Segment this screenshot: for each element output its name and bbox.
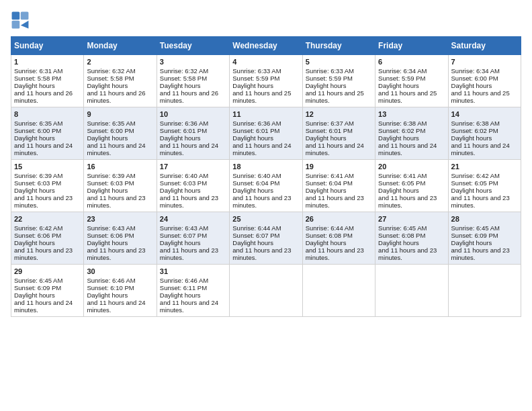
daylight-value: and 11 hours and 23 minutes. <box>160 194 218 209</box>
sunset: Sunset: 5:58 PM <box>87 75 134 82</box>
daylight-label: Daylight hours <box>160 82 201 89</box>
calendar-cell <box>448 265 521 317</box>
sunset: Sunset: 6:00 PM <box>451 75 498 82</box>
day-number: 24 <box>160 215 226 223</box>
daylight-value: and 11 hours and 23 minutes. <box>160 246 218 261</box>
sunset: Sunset: 5:59 PM <box>378 75 425 82</box>
sunrise: Sunrise: 6:40 AM <box>232 172 281 179</box>
daylight-value: and 11 hours and 23 minutes. <box>451 246 510 261</box>
calendar-cell: 10Sunrise: 6:36 AMSunset: 6:01 PMDayligh… <box>157 107 229 160</box>
sunrise: Sunrise: 6:44 AM <box>306 224 354 232</box>
calendar-cell: 29Sunrise: 6:45 AMSunset: 6:09 PMDayligh… <box>11 265 84 317</box>
daylight-label: Daylight hours <box>14 82 55 89</box>
daylight-label: Daylight hours <box>87 291 128 299</box>
sunrise: Sunrise: 6:36 AM <box>232 120 281 127</box>
calendar-cell: 24Sunrise: 6:43 AMSunset: 6:07 PMDayligh… <box>157 212 229 265</box>
calendar-cell: 2Sunrise: 6:32 AMSunset: 5:58 PMDaylight… <box>84 55 157 107</box>
day-number: 2 <box>87 58 153 66</box>
daylight-value: and 11 hours and 26 minutes. <box>87 89 145 104</box>
daylight-value: and 11 hours and 24 minutes. <box>160 299 218 314</box>
calendar-cell: 25Sunrise: 6:44 AMSunset: 6:07 PMDayligh… <box>230 212 302 265</box>
day-number: 14 <box>451 110 518 118</box>
daylight-label: Daylight hours <box>14 291 55 299</box>
day-number: 26 <box>306 215 372 223</box>
daylight-label: Daylight hours <box>378 239 419 246</box>
daylight-value: and 11 hours and 23 minutes. <box>378 194 437 209</box>
calendar-cell: 31Sunrise: 6:46 AMSunset: 6:11 PMDayligh… <box>157 265 229 317</box>
logo-icon <box>11 11 30 30</box>
col-header-thursday: Thursday <box>302 37 375 55</box>
daylight-value: and 11 hours and 26 minutes. <box>160 89 218 104</box>
day-number: 27 <box>378 215 445 223</box>
day-number: 21 <box>451 163 518 171</box>
daylight-value: and 11 hours and 26 minutes. <box>14 89 73 104</box>
daylight-value: and 11 hours and 24 minutes. <box>14 142 73 156</box>
daylight-label: Daylight hours <box>160 187 201 194</box>
sunset: Sunset: 6:05 PM <box>451 179 498 187</box>
sunrise: Sunrise: 6:38 AM <box>378 120 427 127</box>
sunrise: Sunrise: 6:44 AM <box>232 224 281 232</box>
sunset: Sunset: 6:07 PM <box>232 232 279 239</box>
sunset: Sunset: 6:01 PM <box>160 127 207 134</box>
day-number: 17 <box>160 163 226 171</box>
calendar-cell: 3Sunrise: 6:32 AMSunset: 5:58 PMDaylight… <box>157 55 229 107</box>
calendar-cell: 14Sunrise: 6:38 AMSunset: 6:02 PMDayligh… <box>448 107 521 160</box>
sunrise: Sunrise: 6:36 AM <box>160 120 208 127</box>
calendar-cell: 19Sunrise: 6:41 AMSunset: 6:04 PMDayligh… <box>302 160 375 212</box>
calendar-cell: 1Sunrise: 6:31 AMSunset: 5:58 PMDaylight… <box>11 55 84 107</box>
day-number: 19 <box>306 163 372 171</box>
sunrise: Sunrise: 6:45 AM <box>451 224 500 232</box>
day-number: 20 <box>378 163 445 171</box>
calendar-cell: 30Sunrise: 6:46 AMSunset: 6:10 PMDayligh… <box>84 265 157 317</box>
day-number: 28 <box>451 215 518 223</box>
daylight-value: and 11 hours and 25 minutes. <box>451 89 510 104</box>
day-number: 16 <box>87 163 153 171</box>
sunrise: Sunrise: 6:31 AM <box>14 67 62 75</box>
calendar-cell: 9Sunrise: 6:35 AMSunset: 6:00 PMDaylight… <box>84 107 157 160</box>
daylight-value: and 11 hours and 24 minutes. <box>87 142 145 156</box>
daylight-value: and 11 hours and 23 minutes. <box>306 246 364 261</box>
page-container: SundayMondayTuesdayWednesdayThursdayFrid… <box>0 0 532 322</box>
svg-rect-0 <box>12 12 20 20</box>
daylight-value: and 11 hours and 23 minutes. <box>14 246 73 261</box>
day-number: 1 <box>14 58 81 66</box>
sunrise: Sunrise: 6:35 AM <box>14 120 62 127</box>
daylight-value: and 11 hours and 24 minutes. <box>451 142 510 156</box>
day-number: 3 <box>160 58 226 66</box>
daylight-value: and 11 hours and 24 minutes. <box>378 142 437 156</box>
sunrise: Sunrise: 6:38 AM <box>451 120 500 127</box>
daylight-value: and 11 hours and 25 minutes. <box>306 89 364 104</box>
calendar-cell: 28Sunrise: 6:45 AMSunset: 6:09 PMDayligh… <box>448 212 521 265</box>
calendar-cell: 4Sunrise: 6:33 AMSunset: 5:59 PMDaylight… <box>230 55 302 107</box>
day-number: 7 <box>451 58 518 66</box>
daylight-value: and 11 hours and 24 minutes. <box>306 142 364 156</box>
day-number: 9 <box>87 110 153 118</box>
logo <box>11 11 32 30</box>
sunrise: Sunrise: 6:43 AM <box>160 224 208 232</box>
daylight-label: Daylight hours <box>232 239 273 246</box>
col-header-friday: Friday <box>375 37 448 55</box>
daylight-label: Daylight hours <box>378 187 419 194</box>
sunrise: Sunrise: 6:34 AM <box>378 67 427 75</box>
daylight-label: Daylight hours <box>306 187 347 194</box>
daylight-label: Daylight hours <box>451 134 492 142</box>
daylight-label: Daylight hours <box>87 82 128 89</box>
daylight-value: and 11 hours and 25 minutes. <box>378 89 437 104</box>
daylight-value: and 11 hours and 23 minutes. <box>451 194 510 209</box>
sunrise: Sunrise: 6:32 AM <box>160 67 208 75</box>
daylight-value: and 11 hours and 23 minutes. <box>378 246 437 261</box>
svg-rect-1 <box>21 12 29 20</box>
sunset: Sunset: 6:00 PM <box>87 127 134 134</box>
day-number: 13 <box>378 110 445 118</box>
daylight-value: and 11 hours and 24 minutes. <box>160 142 218 156</box>
sunset: Sunset: 6:01 PM <box>306 127 353 134</box>
sunset: Sunset: 6:04 PM <box>232 179 279 187</box>
daylight-value: and 11 hours and 24 minutes. <box>87 299 145 314</box>
sunrise: Sunrise: 6:41 AM <box>306 172 354 179</box>
sunrise: Sunrise: 6:37 AM <box>306 120 354 127</box>
sunset: Sunset: 6:02 PM <box>378 127 425 134</box>
sunrise: Sunrise: 6:41 AM <box>378 172 427 179</box>
svg-rect-2 <box>12 21 20 29</box>
calendar-cell: 22Sunrise: 6:42 AMSunset: 6:06 PMDayligh… <box>11 212 84 265</box>
daylight-value: and 11 hours and 24 minutes. <box>232 142 291 156</box>
